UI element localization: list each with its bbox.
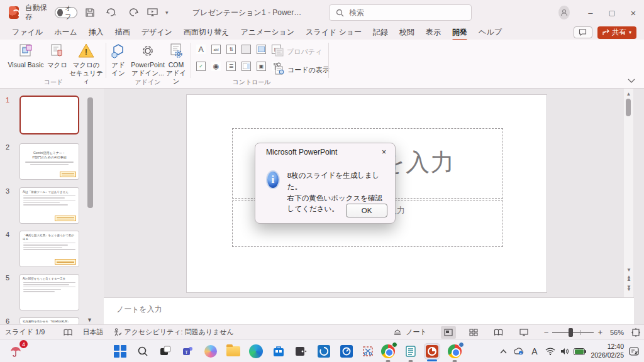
taskbar-app-icon-2[interactable] — [338, 343, 355, 359]
search-box[interactable]: 検索 — [329, 4, 472, 21]
powerpoint-taskbar-icon[interactable] — [424, 343, 440, 359]
taskbar-app-icon-1[interactable] — [316, 343, 332, 359]
zoom-out-button[interactable]: − — [544, 327, 549, 337]
accessibility-status[interactable]: アクセシビリティ: 問題ありません — [124, 327, 233, 337]
autosave-toggle[interactable]: オフ — [55, 7, 77, 18]
dialog-close-button[interactable]: × — [379, 148, 389, 156]
teams-icon[interactable]: T — [180, 343, 196, 359]
battery-icon[interactable] — [572, 343, 587, 359]
combobox-control-icon[interactable] — [242, 62, 251, 71]
thumbnail-slide-4[interactable]: 「優秀な新入社員」をどう使うかで差が出る — [19, 231, 79, 267]
undo-button[interactable] — [103, 4, 120, 21]
task-view-button[interactable] — [157, 343, 174, 359]
tab-insert[interactable]: 挿入 — [83, 26, 109, 39]
notes-toggle-icon[interactable] — [393, 329, 402, 336]
chrome-icon[interactable] — [380, 343, 396, 359]
antivirus-tray-app-icon[interactable]: 4 — [8, 343, 24, 359]
thumbnail-scrollbar[interactable] — [87, 97, 93, 208]
onedrive-icon[interactable]: e — [512, 343, 526, 359]
textbox-control-icon[interactable]: abl — [211, 45, 221, 54]
tab-record[interactable]: 記録 — [367, 26, 394, 39]
accessibility-icon[interactable] — [113, 328, 121, 336]
notes-app-icon[interactable] — [402, 343, 419, 359]
notification-center-icon[interactable] — [626, 343, 641, 359]
thumbnail-slide-5[interactable]: AIの回答をもっと良くする一工夫 — [19, 274, 79, 310]
quick-access-chevron-icon[interactable]: ▾ — [165, 9, 169, 16]
zoom-slider-thumb[interactable] — [569, 328, 573, 337]
tab-file[interactable]: ファイル — [6, 26, 48, 39]
comments-button[interactable] — [574, 26, 592, 38]
main-scroll-thumb[interactable] — [626, 99, 631, 116]
zoom-slider[interactable] — [552, 332, 594, 333]
thumbnail-slide-2[interactable]: Gemini活用セミナー： IT部門のためのAI仕事術 — [19, 143, 79, 180]
redo-button[interactable] — [126, 4, 140, 21]
start-button[interactable] — [112, 343, 128, 359]
share-button[interactable]: 共有 ▾ — [597, 26, 636, 39]
commandbutton-control-icon[interactable] — [242, 45, 251, 54]
save-button[interactable] — [84, 4, 97, 21]
scroll-down-icon[interactable]: ▼ — [626, 267, 631, 273]
slideshow-view-button[interactable] — [516, 326, 531, 339]
listbox-control-icon[interactable]: ☰ — [226, 62, 236, 71]
ok-button[interactable]: OK — [346, 204, 387, 217]
view-code-button[interactable]: コードの表示 — [275, 65, 330, 75]
file-explorer-icon[interactable] — [225, 343, 242, 359]
macro-button[interactable]: マクロ — [47, 42, 68, 69]
minimize-button[interactable]: – — [580, 4, 601, 21]
spellcheck-icon[interactable] — [64, 329, 72, 336]
thumbnail-slide-6[interactable]: 社内資料を活かせる「NotebookLM」 — [19, 317, 79, 324]
scroll-up-icon[interactable]: ▲ — [624, 91, 633, 97]
slideshow-from-start-button[interactable] — [146, 4, 159, 21]
notes-toggle-label[interactable]: ノート — [406, 327, 427, 337]
tab-help[interactable]: ヘルプ — [473, 26, 508, 39]
taskbar-search-button[interactable] — [135, 343, 151, 359]
previous-slide-button[interactable]: ▲▲ — [626, 276, 631, 281]
tab-draw[interactable]: 描画 — [109, 26, 136, 39]
close-button[interactable]: × — [623, 4, 644, 21]
maximize-button[interactable]: ▢ — [601, 4, 623, 21]
tab-design[interactable]: デザイン — [136, 26, 178, 39]
spinbutton-control-icon[interactable]: ⇅ — [226, 45, 236, 54]
copilot-icon[interactable] — [203, 343, 219, 359]
store-icon[interactable] — [270, 343, 287, 359]
wifi-icon[interactable] — [543, 343, 557, 359]
visual-basic-button[interactable]: Visual Basic — [6, 42, 45, 69]
image-control-icon[interactable] — [257, 45, 266, 54]
tab-developer[interactable]: 開発 — [447, 26, 473, 39]
fit-to-window-button[interactable] — [631, 328, 640, 337]
thumbnail-slide-1[interactable] — [19, 96, 79, 134]
tab-transitions[interactable]: 画面切り替え — [178, 26, 235, 39]
chrome-profile-icon[interactable] — [447, 343, 463, 359]
avatar[interactable] — [558, 6, 570, 19]
addins-button[interactable]: アド イン — [109, 42, 128, 77]
tab-home[interactable]: ホーム — [48, 26, 83, 39]
tab-animations[interactable]: アニメーション — [235, 26, 300, 39]
tab-view[interactable]: 表示 — [420, 26, 447, 39]
togglebutton-control-icon[interactable]: ▣ — [257, 62, 266, 71]
language-indicator[interactable]: 日本語 — [82, 327, 103, 337]
edge-icon[interactable] — [248, 343, 264, 359]
tab-review[interactable]: 校閲 — [394, 26, 420, 39]
wallet-app-icon[interactable] — [293, 343, 309, 359]
main-scrollbar[interactable]: ▲ ▼ ▲▲ ▼▼ — [624, 89, 633, 297]
collapse-ribbon-chevron[interactable] — [628, 79, 635, 84]
slide-sorter-view-button[interactable] — [466, 326, 481, 339]
clock[interactable]: 12:40 2026/02/25 — [591, 343, 624, 359]
reading-view-button[interactable] — [491, 326, 506, 339]
checkbox-control-icon[interactable]: ✓ — [196, 62, 206, 71]
ime-mode-indicator[interactable]: A — [528, 343, 541, 359]
powerpoint-addins-button[interactable]: PowerPoint アドイン... — [130, 42, 166, 77]
zoom-percentage[interactable]: 56% — [610, 329, 624, 336]
volume-icon[interactable] — [558, 343, 571, 359]
thumbnail-scroll-down-icon[interactable]: ▼ — [87, 317, 92, 323]
tab-slideshow[interactable]: スライド ショー — [300, 26, 367, 39]
snipping-tool-icon[interactable] — [360, 343, 376, 359]
optionbutton-control-icon[interactable]: ◉ — [211, 62, 221, 71]
normal-view-button[interactable] — [441, 326, 456, 339]
thumbnail-slide-3[interactable]: AIは「検索ツール」ではありません — [19, 187, 79, 224]
tray-expand-chevron[interactable] — [497, 343, 509, 359]
notes-pane[interactable]: ノートを入力 — [104, 297, 634, 324]
label-control-icon[interactable]: A — [196, 45, 206, 54]
zoom-in-button[interactable]: + — [597, 327, 602, 337]
next-slide-button[interactable]: ▼▼ — [626, 286, 631, 291]
